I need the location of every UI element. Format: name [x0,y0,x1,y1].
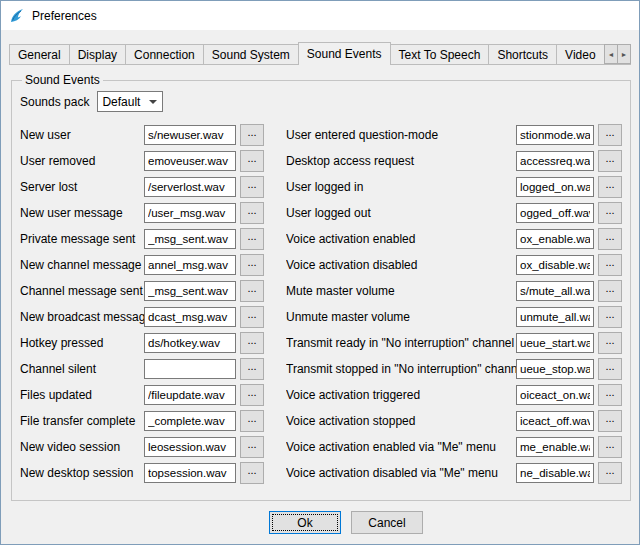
desktop-access-request-browse-button[interactable]: ... [598,150,622,172]
tab-page-sound-events: Sound Events Sounds pack Default New use… [1,65,639,544]
app-icon [9,8,25,24]
private-message-sent-input[interactable] [144,229,236,249]
cancel-button[interactable]: Cancel [351,511,423,534]
voice-activation-stopped-input[interactable] [516,411,594,431]
sound-event-row: Voice activation enabled... [286,226,622,252]
server-lost-label: Server lost [20,180,144,194]
sound-event-row: New user... [20,122,264,148]
user-logged-out-label: User logged out [286,206,516,220]
new-channel-message-input[interactable] [144,255,236,275]
new-user-message-label: New user message [20,206,144,220]
voice-activation-disabled-browse-button[interactable]: ... [598,254,622,276]
mute-master-volume-browse-button[interactable]: ... [598,280,622,302]
tab-text-to-speech[interactable]: Text To Speech [390,44,490,64]
user-entered-question-mode-browse-button[interactable]: ... [598,124,622,146]
tab-sound-system[interactable]: Sound System [203,44,299,64]
user-removed-label: User removed [20,154,144,168]
transmit-ready-in-no-interruption-channel-input[interactable] [516,333,594,353]
tab-video[interactable]: Video [556,44,604,64]
ok-button[interactable]: Ok [269,511,341,534]
user-logged-in-input[interactable] [516,177,594,197]
new-channel-message-browse-button[interactable]: ... [240,254,264,276]
title-bar[interactable]: Preferences [1,1,639,30]
window-title: Preferences [32,9,97,23]
sound-event-row: Private message sent... [20,226,264,252]
sound-event-row: Hotkey pressed... [20,330,264,356]
tab-scroll-right-icon[interactable]: ► [617,44,631,64]
user-logged-out-browse-button[interactable]: ... [598,202,622,224]
tab-shortcuts[interactable]: Shortcuts [488,44,557,64]
voice-activation-stopped-browse-button[interactable]: ... [598,410,622,432]
tab-sound-events[interactable]: Sound Events [298,42,391,65]
new-broadcast-message-label: New broadcast message [20,310,144,324]
unmute-master-volume-input[interactable] [516,307,594,327]
voice-activation-disabled-via-me-menu-browse-button[interactable]: ... [598,462,622,484]
new-video-session-input[interactable] [144,437,236,457]
hotkey-pressed-input[interactable] [144,333,236,353]
new-video-session-label: New video session [20,440,144,454]
sound-event-row: New user message... [20,200,264,226]
new-user-input[interactable] [144,125,236,145]
sound-events-group: Sound Events Sounds pack Default New use… [11,73,631,501]
files-updated-input[interactable] [144,385,236,405]
new-desktop-session-input[interactable] [144,463,236,483]
sounds-pack-select[interactable]: Default [97,91,163,112]
transmit-stopped-in-no-interruption-channel-input[interactable] [516,359,594,379]
voice-activation-disabled-via-me-menu-label: Voice activation disabled via "Me" menu [286,466,516,480]
channel-message-sent-input[interactable] [144,281,236,301]
preferences-window: Preferences GeneralDisplayConnectionSoun… [0,0,640,545]
voice-activation-enabled-browse-button[interactable]: ... [598,228,622,250]
desktop-access-request-input[interactable] [516,151,594,171]
new-video-session-browse-button[interactable]: ... [240,436,264,458]
voice-activation-disabled-via-me-menu-input[interactable] [516,463,594,483]
user-logged-out-input[interactable] [516,203,594,223]
voice-activation-triggered-input[interactable] [516,385,594,405]
sound-event-row: User entered question-mode... [286,122,622,148]
server-lost-input[interactable] [144,177,236,197]
channel-silent-browse-button[interactable]: ... [240,358,264,380]
tab-scroll-left-icon[interactable]: ◄ [604,44,618,64]
new-desktop-session-label: New desktop session [20,466,144,480]
sound-event-row: Voice activation enabled via "Me" menu..… [286,434,622,460]
new-user-message-input[interactable] [144,203,236,223]
voice-activation-triggered-label: Voice activation triggered [286,388,516,402]
new-broadcast-message-browse-button[interactable]: ... [240,306,264,328]
channel-silent-label: Channel silent [20,362,144,376]
private-message-sent-browse-button[interactable]: ... [240,228,264,250]
dialog-button-row: Ok Cancel [11,511,629,534]
mute-master-volume-input[interactable] [516,281,594,301]
voice-activation-enabled-via-me-menu-input[interactable] [516,437,594,457]
file-transfer-complete-browse-button[interactable]: ... [240,410,264,432]
transmit-ready-in-no-interruption-channel-browse-button[interactable]: ... [598,332,622,354]
new-user-browse-button[interactable]: ... [240,124,264,146]
server-lost-browse-button[interactable]: ... [240,176,264,198]
user-removed-input[interactable] [144,151,236,171]
tab-connection[interactable]: Connection [125,44,204,64]
tab-display[interactable]: Display [69,44,126,64]
unmute-master-volume-browse-button[interactable]: ... [598,306,622,328]
channel-silent-input[interactable] [144,359,236,379]
voice-activation-enabled-via-me-menu-label: Voice activation enabled via "Me" menu [286,440,516,454]
file-transfer-complete-input[interactable] [144,411,236,431]
sound-event-row: Voice activation stopped... [286,408,622,434]
user-removed-browse-button[interactable]: ... [240,150,264,172]
tab-list: GeneralDisplayConnectionSound SystemSoun… [9,42,631,65]
sound-event-row: Server lost... [20,174,264,200]
hotkey-pressed-label: Hotkey pressed [20,336,144,350]
new-desktop-session-browse-button[interactable]: ... [240,462,264,484]
new-user-message-browse-button[interactable]: ... [240,202,264,224]
files-updated-browse-button[interactable]: ... [240,384,264,406]
voice-activation-triggered-browse-button[interactable]: ... [598,384,622,406]
tab-general[interactable]: General [9,44,70,64]
voice-activation-enabled-input[interactable] [516,229,594,249]
sound-event-row: Transmit ready in "No interruption" chan… [286,330,622,356]
user-logged-in-browse-button[interactable]: ... [598,176,622,198]
user-entered-question-mode-input[interactable] [516,125,594,145]
channel-message-sent-browse-button[interactable]: ... [240,280,264,302]
sound-event-row: Desktop access request... [286,148,622,174]
hotkey-pressed-browse-button[interactable]: ... [240,332,264,354]
voice-activation-disabled-input[interactable] [516,255,594,275]
new-broadcast-message-input[interactable] [144,307,236,327]
transmit-stopped-in-no-interruption-channel-browse-button[interactable]: ... [598,358,622,380]
voice-activation-enabled-via-me-menu-browse-button[interactable]: ... [598,436,622,458]
